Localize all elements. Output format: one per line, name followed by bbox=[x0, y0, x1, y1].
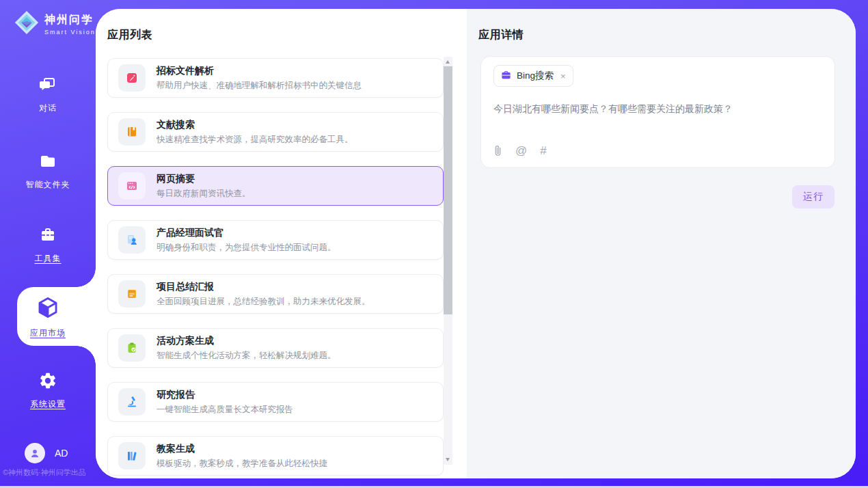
sidebar-item-label: 对话 bbox=[39, 103, 57, 114]
input-actions: @ # bbox=[493, 145, 547, 157]
tool-tag-label: Bing搜索 bbox=[517, 70, 554, 82]
brand-name: 神州问学 bbox=[44, 13, 96, 27]
query-input-card[interactable]: Bing搜索 × 今日湖北有哪些新闻要点？有哪些需要关注的最新政策？ @ # bbox=[480, 56, 835, 168]
app-detail-title: 应用详情 bbox=[478, 28, 524, 42]
app-card-web-summary[interactable]: 网页摘要 每日政府新闻资讯快查。 bbox=[107, 166, 444, 206]
sidebar-item-smart-folder[interactable]: 智能文件夹 bbox=[0, 152, 96, 191]
chat-icon bbox=[38, 75, 57, 97]
app-card-project-summary[interactable]: 项目总结汇报 全面回顾项目进展，总结经验教训，助力未来优化发展。 bbox=[107, 274, 444, 314]
sidebar-item-label: 智能文件夹 bbox=[26, 179, 70, 191]
books-icon bbox=[118, 442, 146, 470]
sidebar-item-chat[interactable]: 对话 bbox=[0, 75, 96, 114]
app-card-event-plan[interactable]: 活动方案生成 智能生成个性化活动方案，轻松解决规划难题。 bbox=[107, 328, 444, 368]
app-card-literature-search[interactable]: 文献搜索 快速精准查找学术资源，提高研究效率的必备工具。 bbox=[107, 112, 444, 152]
gear-icon bbox=[38, 371, 57, 393]
browser-icon bbox=[118, 172, 146, 200]
brand-tagline: Smart Vision bbox=[44, 29, 96, 36]
app-name: 活动方案生成 bbox=[157, 335, 336, 347]
copyright-text: ©神州数码·神州问学出品 bbox=[3, 467, 96, 478]
app-name: 教案生成 bbox=[157, 443, 327, 455]
app-list-panel: 应用列表 招标文件解析 帮助用户快速、准确地理解和解析招标书中的关键信息 bbox=[96, 9, 467, 478]
main-content: 应用列表 招标文件解析 帮助用户快速、准确地理解和解析招标书中的关键信息 bbox=[96, 9, 856, 478]
app-name: 项目总结汇报 bbox=[157, 281, 370, 293]
sidebar-item-label: 系统设置 bbox=[30, 398, 66, 410]
document-edit-icon bbox=[118, 64, 146, 92]
app-desc: 全面回顾项目进展，总结经验教训，助力未来优化发展。 bbox=[157, 296, 370, 308]
app-desc: 明确身份和职责，为您提供专业性的面试问题。 bbox=[157, 242, 336, 254]
user-account[interactable]: AD bbox=[25, 443, 68, 463]
close-icon[interactable]: × bbox=[560, 71, 566, 81]
app-name: 产品经理面试官 bbox=[157, 227, 336, 239]
book-icon bbox=[118, 118, 146, 146]
note-icon bbox=[118, 280, 146, 308]
app-desc: 模板驱动，教案秒成，教学准备从此轻松快捷 bbox=[157, 458, 327, 470]
sidebar-item-app-market[interactable]: 应用市场 bbox=[0, 296, 96, 339]
sidebar-item-label: 工具集 bbox=[35, 253, 62, 265]
tool-tag-bing-search[interactable]: Bing搜索 × bbox=[493, 65, 573, 87]
app-desc: 帮助用户快速、准确地理解和解析招标书中的关键信息 bbox=[157, 80, 362, 92]
scroll-up-icon[interactable] bbox=[446, 60, 450, 64]
app-detail-panel: 应用详情 Bing搜索 × 今日湖北有哪些新闻要点？有哪些需要关注的最新政策？ bbox=[467, 9, 856, 478]
prism-logo-icon bbox=[14, 10, 40, 38]
app-name: 研究报告 bbox=[157, 389, 293, 401]
app-list: 招标文件解析 帮助用户快速、准确地理解和解析招标书中的关键信息 文献搜索 bbox=[107, 58, 444, 478]
toolbox-icon bbox=[38, 226, 57, 247]
app-desc: 快速精准查找学术资源，提高研究效率的必备工具。 bbox=[157, 134, 353, 146]
query-text[interactable]: 今日湖北有哪些新闻要点？有哪些需要关注的最新政策？ bbox=[493, 102, 822, 116]
scrollbar-thumb[interactable] bbox=[444, 66, 452, 314]
interviewer-icon bbox=[118, 226, 146, 254]
sidebar-item-label: 应用市场 bbox=[30, 327, 66, 339]
mention-icon[interactable]: @ bbox=[515, 145, 527, 157]
app-list-scrollbar[interactable] bbox=[444, 57, 452, 465]
app-window: 神州问学 Smart Vision 对话 智能文件夹 bbox=[0, 0, 868, 488]
app-card-research-report[interactable]: 研究报告 一键智能生成高质量长文本研究报告 bbox=[107, 382, 444, 422]
app-desc: 智能生成个性化活动方案，轻松解决规划难题。 bbox=[157, 350, 336, 362]
scroll-down-icon[interactable] bbox=[446, 458, 450, 461]
paperclip-icon[interactable] bbox=[493, 145, 502, 157]
app-desc: 每日政府新闻资讯快查。 bbox=[157, 188, 251, 200]
briefcase-icon bbox=[501, 70, 511, 83]
user-name: AD bbox=[55, 448, 68, 459]
folder-icon bbox=[38, 152, 57, 174]
app-card-lesson-plan[interactable]: 教案生成 模板驱动，教案秒成，教学准备从此轻松快捷 bbox=[107, 436, 444, 476]
clipboard-check-icon bbox=[118, 334, 146, 362]
app-list-title: 应用列表 bbox=[107, 28, 152, 42]
microscope-icon bbox=[118, 388, 146, 416]
sidebar-item-toolset[interactable]: 工具集 bbox=[0, 226, 96, 265]
hashtag-icon[interactable]: # bbox=[540, 145, 546, 157]
cube-icon bbox=[36, 296, 59, 322]
brand-logo: 神州问学 Smart Vision bbox=[14, 10, 96, 38]
avatar bbox=[25, 443, 45, 463]
run-button[interactable]: 运行 bbox=[792, 185, 835, 208]
app-card-pm-interviewer[interactable]: 产品经理面试官 明确身份和职责，为您提供专业性的面试问题。 bbox=[107, 220, 444, 260]
app-name: 招标文件解析 bbox=[157, 65, 362, 77]
app-name: 网页摘要 bbox=[157, 173, 251, 185]
sidebar: 神州问学 Smart Vision 对话 智能文件夹 bbox=[0, 0, 96, 486]
sidebar-item-settings[interactable]: 系统设置 bbox=[0, 371, 96, 410]
app-card-bid-document-parse[interactable]: 招标文件解析 帮助用户快速、准确地理解和解析招标书中的关键信息 bbox=[107, 58, 444, 98]
app-name: 文献搜索 bbox=[157, 119, 353, 131]
app-desc: 一键智能生成高质量长文本研究报告 bbox=[157, 404, 293, 416]
